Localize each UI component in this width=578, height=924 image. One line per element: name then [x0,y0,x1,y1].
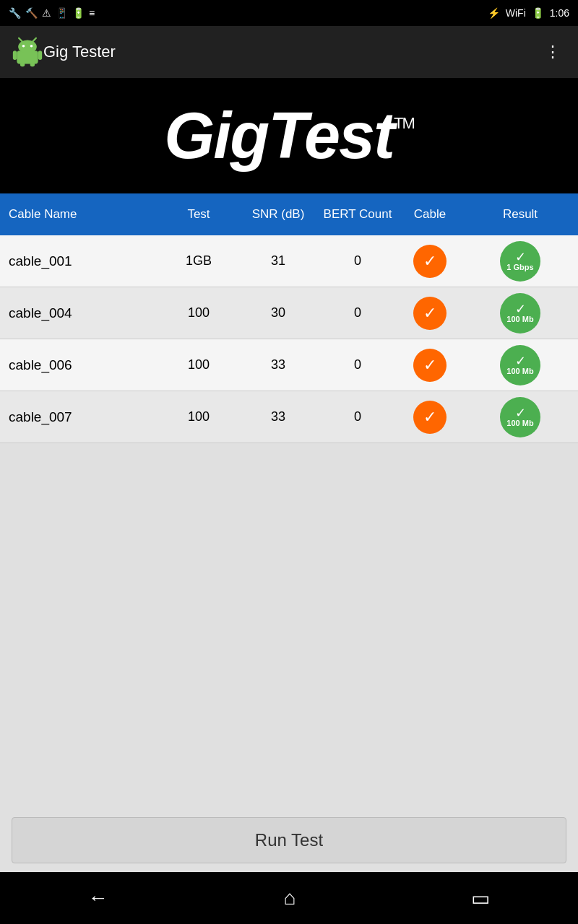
svg-point-2 [22,45,25,48]
cell-result-check: ✓ 100 Mb [462,293,578,334]
cell-cable-check: ✓ [397,245,462,278]
bluetooth-icon: ⚡ [488,7,500,19]
cell-snr: 30 [238,305,318,321]
cell-test: 100 [159,305,238,321]
cell-snr: 31 [238,253,318,269]
header-test: Test [159,207,238,222]
cell-bert: 0 [318,253,397,269]
result-check-icon: ✓ 100 Mb [500,345,540,385]
alert-icon: ⚠ [42,7,51,19]
overflow-menu-button[interactable]: ⋮ [539,37,566,67]
cable-check-icon: ✓ [413,245,447,278]
logo-trademark: TM [394,114,414,132]
speed-label: 1 Gbps [506,263,533,271]
cell-cable-check: ✓ [397,401,462,434]
navigation-bar: ← ⌂ ▭ [0,872,578,924]
wrench-icon: 🔨 [25,7,38,19]
cell-cable-name: cable_004 [0,305,159,321]
cell-cable-name: cable_006 [0,357,159,373]
speed-label: 100 Mb [506,419,533,427]
table-row[interactable]: cable_006 100 33 0 ✓ ✓ 100 Mb [0,339,578,391]
android-logo [12,36,43,68]
sim-icon: 📱 [56,7,68,19]
cell-bert: 0 [318,357,397,372]
header-bert: BERT Count [318,207,397,222]
svg-line-5 [33,38,36,42]
back-button[interactable]: ← [71,878,126,918]
tools-icon: 🔧 [9,7,21,19]
header-cable: Cable [397,207,462,222]
svg-rect-9 [30,63,35,67]
logo-text: GigTestTM [164,103,413,168]
table-container: Cable Name Test SNR (dB) BERT Count Cabl… [0,193,578,808]
check-mark: ✓ [515,406,526,419]
time-display: 1:06 [550,7,569,19]
run-test-button[interactable]: Run Test [12,817,566,863]
svg-rect-7 [38,51,43,60]
svg-line-4 [19,38,22,42]
table-body: cable_001 1GB 31 0 ✓ ✓ 1 Gbps cable_004 … [0,235,578,522]
cell-bert: 0 [318,305,397,321]
logo-main-text: GigTest [164,100,394,172]
cable-check-icon: ✓ [413,349,447,382]
header-result: Result [462,207,578,222]
wifi-icon: WiFi [506,7,526,19]
cell-result-check: ✓ 1 Gbps [462,241,578,282]
speed-label: 100 Mb [506,315,533,323]
status-bar-right: ⚡ WiFi 🔋 1:06 [488,7,569,19]
result-check-icon: ✓ 100 Mb [500,293,540,334]
speed-label: 100 Mb [506,367,533,375]
app-bar: Gig Tester ⋮ [0,26,578,78]
cell-cable-name: cable_001 [0,253,159,269]
cell-test: 100 [159,357,238,372]
empty-space [0,522,578,808]
cell-cable-check: ✓ [397,297,462,330]
table-row[interactable]: cable_004 100 30 0 ✓ ✓ 100 Mb [0,287,578,339]
menu-icon: ≡ [89,7,95,19]
svg-point-3 [30,45,33,48]
logo-area: GigTestTM [0,78,578,193]
cell-result-check: ✓ 100 Mb [462,345,578,385]
check-mark: ✓ [515,354,526,367]
status-bar: 🔧 🔨 ⚠ 📱 🔋 ≡ ⚡ WiFi 🔋 1:06 [0,0,578,26]
header-cable-name: Cable Name [0,207,159,222]
table-row[interactable]: cable_007 100 33 0 ✓ ✓ 100 Mb [0,391,578,443]
battery-status-icon: 🔋 [532,7,544,19]
cable-check-icon: ✓ [413,401,447,434]
cell-cable-name: cable_007 [0,409,159,425]
cell-result-check: ✓ 100 Mb [462,397,578,437]
check-mark: ✓ [515,250,526,263]
cell-test: 1GB [159,253,238,269]
battery-icon: 🔋 [72,7,85,19]
status-bar-left: 🔧 🔨 ⚠ 📱 🔋 ≡ [9,7,95,19]
check-mark: ✓ [515,302,526,315]
app-title: Gig Tester [43,43,539,61]
result-check-icon: ✓ 1 Gbps [500,241,540,282]
cell-snr: 33 [238,409,318,424]
cell-cable-check: ✓ [397,349,462,382]
header-snr: SNR (dB) [238,207,318,222]
table-header: Cable Name Test SNR (dB) BERT Count Cabl… [0,193,578,235]
cell-bert: 0 [318,409,397,424]
result-check-icon: ✓ 100 Mb [500,397,540,437]
home-button[interactable]: ⌂ [267,878,314,918]
svg-point-1 [18,40,37,53]
table-row[interactable]: cable_001 1GB 31 0 ✓ ✓ 1 Gbps [0,235,578,287]
svg-rect-8 [20,63,25,67]
cable-check-icon: ✓ [413,297,447,330]
svg-rect-6 [13,51,17,60]
recents-button[interactable]: ▭ [454,878,507,919]
cell-snr: 33 [238,357,318,372]
cell-test: 100 [159,409,238,424]
run-test-container: Run Test [0,808,578,872]
